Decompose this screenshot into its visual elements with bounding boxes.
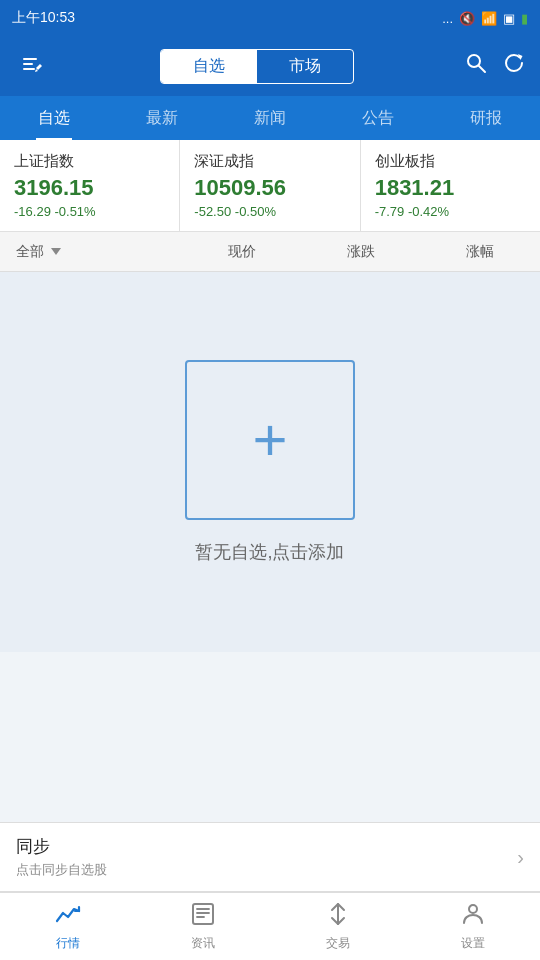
svg-rect-0 xyxy=(23,58,37,60)
sync-subtitle: 点击同步自选股 xyxy=(16,861,107,879)
sim-icon: ▣ xyxy=(503,11,515,26)
bottom-nav-market-label: 行情 xyxy=(56,935,80,952)
col-pct[interactable]: 涨幅 xyxy=(421,243,540,261)
index-shanghai[interactable]: 上证指数 3196.15 -16.29 -0.51% xyxy=(0,140,180,231)
status-time: 上午10:53 xyxy=(12,9,75,27)
svg-point-3 xyxy=(468,55,480,67)
bottom-nav-news[interactable]: 资讯 xyxy=(135,893,270,960)
sync-title: 同步 xyxy=(16,835,107,858)
svg-rect-1 xyxy=(23,63,33,65)
header-actions xyxy=(464,51,526,81)
sort-icon xyxy=(51,248,61,255)
nav-tab-latest[interactable]: 最新 xyxy=(108,96,216,140)
nav-tabs: 自选 最新 新闻 公告 研报 xyxy=(0,96,540,140)
index-row: 上证指数 3196.15 -16.29 -0.51% 深证成指 10509.56… xyxy=(0,140,540,232)
refresh-icon[interactable] xyxy=(502,51,526,81)
add-watchlist-button[interactable]: + xyxy=(185,360,355,520)
col-all[interactable]: 全部 xyxy=(0,243,183,261)
bottom-nav: 行情 资讯 交易 设置 xyxy=(0,892,540,960)
index-chinext-value: 1831.21 xyxy=(375,175,526,201)
bottom-nav-settings-label: 设置 xyxy=(461,935,485,952)
index-shanghai-value: 3196.15 xyxy=(14,175,165,201)
col-price[interactable]: 现价 xyxy=(183,243,302,261)
index-chinext-change: -7.79 -0.42% xyxy=(375,204,526,219)
nav-tab-watchlist[interactable]: 自选 xyxy=(0,96,108,140)
svg-point-12 xyxy=(469,905,477,913)
tab-watchlist[interactable]: 自选 xyxy=(161,50,257,83)
battery-icon: ▮ xyxy=(521,11,528,26)
news-icon xyxy=(190,901,216,931)
market-toggle: 自选 市场 xyxy=(160,49,354,84)
table-header: 全部 现价 涨跌 涨幅 xyxy=(0,232,540,272)
sync-text: 同步 点击同步自选股 xyxy=(16,835,107,879)
svg-line-4 xyxy=(479,66,485,72)
status-bar: 上午10:53 ... 🔇 📶 ▣ ▮ xyxy=(0,0,540,36)
mute-icon: 🔇 xyxy=(459,11,475,26)
settings-icon xyxy=(460,901,486,931)
trade-icon xyxy=(325,901,351,931)
index-shenzhen[interactable]: 深证成指 10509.56 -52.50 -0.50% xyxy=(180,140,360,231)
bottom-nav-trade-label: 交易 xyxy=(326,935,350,952)
nav-tab-research[interactable]: 研报 xyxy=(432,96,540,140)
nav-tab-announcement[interactable]: 公告 xyxy=(324,96,432,140)
sync-bar[interactable]: 同步 点击同步自选股 › xyxy=(0,822,540,892)
index-shenzhen-name: 深证成指 xyxy=(194,152,345,171)
nav-tab-news[interactable]: 新闻 xyxy=(216,96,324,140)
bottom-nav-trade[interactable]: 交易 xyxy=(270,893,405,960)
col-change[interactable]: 涨跌 xyxy=(302,243,421,261)
bottom-nav-market[interactable]: 行情 xyxy=(0,893,135,960)
plus-icon: + xyxy=(252,410,287,470)
search-icon[interactable] xyxy=(464,51,488,81)
svg-rect-7 xyxy=(193,904,213,924)
empty-state: + 暂无自选,点击添加 xyxy=(0,272,540,652)
edit-button[interactable] xyxy=(14,48,50,84)
status-icons: ... 🔇 📶 ▣ ▮ xyxy=(442,11,528,26)
bottom-nav-settings[interactable]: 设置 xyxy=(405,893,540,960)
index-shenzhen-value: 10509.56 xyxy=(194,175,345,201)
index-chinext-name: 创业板指 xyxy=(375,152,526,171)
index-shanghai-change: -16.29 -0.51% xyxy=(14,204,165,219)
bottom-nav-news-label: 资讯 xyxy=(191,935,215,952)
index-shenzhen-change: -52.50 -0.50% xyxy=(194,204,345,219)
tab-market[interactable]: 市场 xyxy=(257,50,353,83)
empty-hint: 暂无自选,点击添加 xyxy=(195,540,344,564)
app-header: 自选 市场 xyxy=(0,36,540,96)
market-icon xyxy=(55,901,81,931)
svg-rect-2 xyxy=(23,68,35,70)
index-chinext[interactable]: 创业板指 1831.21 -7.79 -0.42% xyxy=(361,140,540,231)
sync-arrow-icon: › xyxy=(517,846,524,869)
index-shanghai-name: 上证指数 xyxy=(14,152,165,171)
signal-icon: ... xyxy=(442,11,453,26)
wifi-icon: 📶 xyxy=(481,11,497,26)
